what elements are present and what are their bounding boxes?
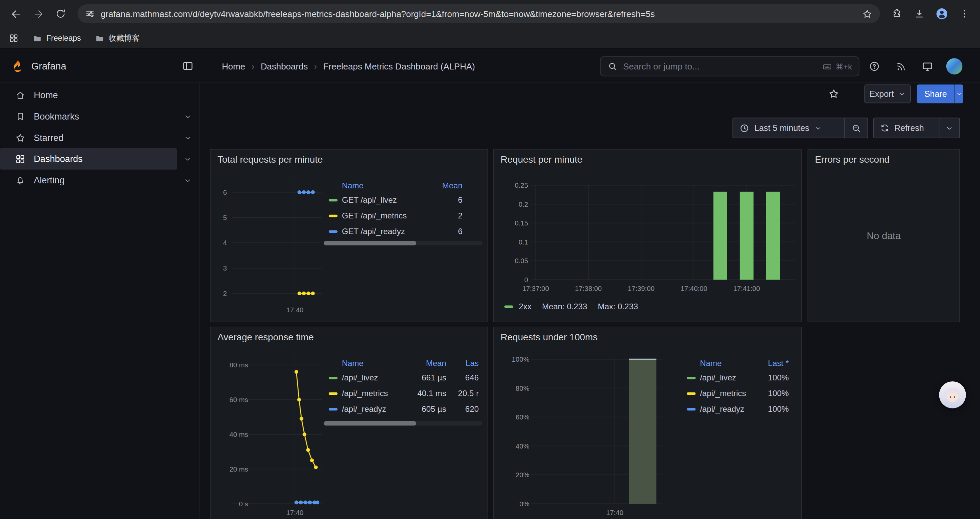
dashboards-grid-icon: [15, 153, 26, 164]
legend-scrollbar[interactable]: [324, 421, 483, 425]
legend-row[interactable]: /api/_metrics 100%: [687, 385, 789, 401]
bookmarks-bar: Freeleaps 收藏博客: [0, 27, 980, 49]
legend-col-last[interactable]: Las: [446, 358, 479, 368]
series-mean: 40.1 ms: [410, 389, 446, 398]
panel-title[interactable]: Total requests per minute: [218, 154, 323, 164]
breadcrumb-dashboards[interactable]: Dashboards: [261, 61, 307, 71]
legend-row[interactable]: /api/_livez 661 µs 646: [329, 370, 479, 385]
legend-row[interactable]: /api/_livez 100%: [687, 370, 789, 385]
site-settings-icon[interactable]: [85, 9, 95, 19]
help-button[interactable]: [864, 56, 885, 77]
panel-title[interactable]: Requests under 100ms: [501, 332, 598, 342]
legend-row[interactable]: /api/_readyz 605 µs 620: [329, 401, 479, 417]
favorite-star-button[interactable]: [824, 85, 843, 103]
chevron-down-icon: [814, 124, 822, 132]
legend-col-name[interactable]: Name: [329, 181, 435, 190]
sidebar-item-alerting[interactable]: Alerting: [0, 170, 177, 191]
series-name[interactable]: /api/_metrics: [700, 389, 746, 398]
url-text[interactable]: grafana.mathmast.com/d/deytv4rwavabkb/fr…: [101, 9, 856, 19]
legend-col-name[interactable]: Name: [329, 358, 410, 368]
share-button[interactable]: Share: [917, 85, 963, 103]
series-name[interactable]: /api/_readyz: [700, 404, 745, 414]
series-swatch: [329, 392, 337, 394]
back-button[interactable]: [5, 3, 26, 24]
series-name[interactable]: 2xx: [519, 302, 531, 311]
export-label: Export: [869, 89, 894, 99]
series-name[interactable]: GET /api/_metrics: [342, 211, 407, 220]
zoom-out-button[interactable]: [845, 118, 867, 137]
forward-arrow-icon: [32, 8, 44, 20]
search-input[interactable]: Search or jump to... ⌘+k: [600, 56, 859, 77]
reload-button[interactable]: [50, 3, 72, 24]
panel-title[interactable]: Request per minute: [501, 154, 582, 164]
user-avatar[interactable]: [943, 56, 965, 77]
series-name[interactable]: /api/_metrics: [342, 389, 388, 398]
floating-avatar[interactable]: [939, 381, 966, 409]
bookmark-folder-freeleaps[interactable]: Freeleaps: [32, 34, 81, 43]
legend-row[interactable]: GET /api/_metrics 2: [329, 208, 463, 224]
sidebar-expand-bookmarks[interactable]: [181, 106, 194, 127]
sidebar-expand-starred[interactable]: [181, 127, 194, 148]
svg-text:17:37:00: 17:37:00: [522, 284, 549, 292]
legend-row[interactable]: GET /api/_readyz 6: [329, 224, 463, 239]
legend-col-last[interactable]: Last *: [754, 358, 789, 368]
address-bar[interactable]: grafana.mathmast.com/d/deytv4rwavabkb/fr…: [77, 4, 880, 23]
series-mean: 661 µs: [410, 373, 446, 382]
refresh-interval-dropdown[interactable]: [939, 118, 959, 137]
legend-col-name[interactable]: Name: [687, 358, 754, 368]
sidebar-item-starred[interactable]: Starred: [0, 127, 177, 148]
news-rss-button[interactable]: [890, 56, 911, 77]
dock-menu-button[interactable]: [179, 57, 196, 75]
panel-average-response-time: Average response time 80 ms60 ms40 ms20 …: [210, 327, 488, 519]
export-button[interactable]: Export: [864, 85, 911, 103]
series-name[interactable]: /api/_livez: [700, 373, 736, 382]
bookmark-folder-blogs[interactable]: 收藏博客: [95, 33, 140, 43]
legend-inline[interactable]: 2xx Mean: 0.233 Max: 0.233: [504, 302, 638, 311]
share-dropdown[interactable]: [954, 85, 963, 103]
svg-text:60%: 60%: [516, 413, 529, 421]
legend-col-mean[interactable]: Mean: [410, 358, 446, 368]
legend-row[interactable]: /api/_readyz 100%: [687, 401, 789, 417]
svg-text:0.25: 0.25: [515, 181, 528, 189]
chevron-down-icon: [183, 155, 191, 163]
sidebar-expand-dashboards[interactable]: [181, 148, 194, 170]
series-name[interactable]: /api/_livez: [342, 373, 378, 382]
legend-row[interactable]: /api/_metrics 40.1 ms 20.5 r: [329, 385, 479, 401]
apps-grid-icon: [9, 33, 19, 43]
legend-col-mean[interactable]: Mean: [435, 181, 462, 190]
legend-header: Name Mean: [329, 178, 463, 192]
breadcrumb-home[interactable]: Home: [222, 61, 245, 71]
downloads-button[interactable]: [908, 3, 930, 24]
forward-button[interactable]: [27, 3, 49, 24]
series-name[interactable]: GET /api/_livez: [342, 195, 397, 205]
bookmark-star-icon[interactable]: [862, 8, 873, 19]
extensions-button[interactable]: [886, 3, 908, 24]
legend-scrollbar[interactable]: [324, 241, 483, 245]
series-name[interactable]: /api/_readyz: [342, 404, 386, 414]
profile-button[interactable]: [931, 3, 953, 24]
svg-text:17:40: 17:40: [286, 509, 304, 516]
series-swatch: [329, 230, 337, 232]
sidebar-item-home[interactable]: Home: [0, 85, 177, 106]
sidebar-expand-alerting[interactable]: [181, 170, 194, 191]
request-per-minute-chart: 0.250.20.150.10.05017:37:0017:38:0017:39…: [499, 173, 797, 301]
kiosk-mode-button[interactable]: [917, 56, 938, 77]
refresh-label: Refresh: [894, 123, 924, 133]
series-name[interactable]: GET /api/_readyz: [342, 227, 405, 236]
scrollbar-thumb[interactable]: [324, 241, 416, 245]
share-label[interactable]: Share: [917, 85, 954, 103]
time-range-picker[interactable]: Last 5 minutes: [733, 118, 845, 137]
scrollbar-thumb[interactable]: [324, 421, 416, 425]
panel-title[interactable]: Average response time: [218, 332, 314, 342]
sidebar-item-dashboards[interactable]: Dashboards: [0, 148, 177, 170]
browser-menu-button[interactable]: [954, 3, 975, 24]
panel-requests-under-100ms: Requests under 100ms 100%80%60%40%20%0%1…: [493, 327, 802, 519]
sidebar-item-bookmarks[interactable]: Bookmarks: [0, 106, 177, 127]
refresh-icon: [880, 123, 889, 133]
grafana-brand[interactable]: Grafana: [10, 49, 66, 83]
refresh-button[interactable]: Refresh: [873, 118, 939, 137]
svg-text:20 ms: 20 ms: [229, 465, 248, 473]
series-max: Max: 0.233: [598, 302, 638, 311]
legend-row[interactable]: GET /api/_livez 6: [329, 192, 463, 208]
apps-grid-button[interactable]: [9, 33, 19, 43]
